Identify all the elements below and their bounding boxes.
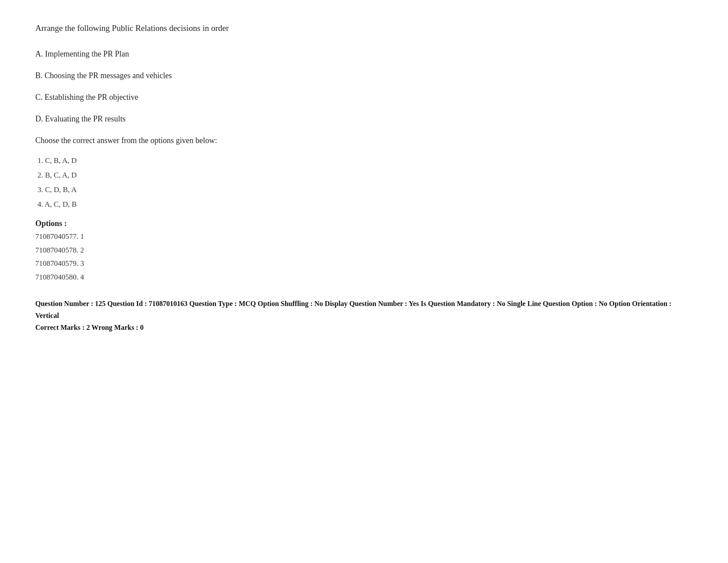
question-text: Arrange the following Public Relations d…	[35, 22, 693, 35]
option-id-4: 71087040580. 4	[35, 271, 693, 284]
option-c: C. Establishing the PR objective	[35, 91, 693, 103]
option-id-3: 71087040579. 3	[35, 257, 693, 271]
answer-option-3-number: 3.	[38, 185, 43, 194]
option-b: B. Choosing the PR messages and vehicles	[35, 70, 693, 82]
option-d-text: Evaluating the PR results	[45, 114, 125, 123]
options-label: Options :	[35, 219, 693, 228]
question-options: A. Implementing the PR Plan B. Choosing …	[35, 48, 693, 125]
answer-option-3-value: C, D, B, A	[45, 185, 77, 194]
answer-option-2-number: 2.	[38, 171, 43, 179]
option-d-label: D.	[35, 114, 43, 123]
option-a: A. Implementing the PR Plan	[35, 48, 693, 60]
meta-info: Question Number : 125 Question Id : 7108…	[35, 298, 693, 334]
answer-option-4-value: A, C, D, B	[45, 200, 77, 208]
option-c-text: Establishing the PR objective	[45, 93, 138, 102]
answer-option-1[interactable]: 1. C, B, A, D	[38, 155, 693, 166]
question-container: Arrange the following Public Relations d…	[35, 22, 693, 333]
meta-line-1: Question Number : 125 Question Id : 7108…	[35, 298, 693, 321]
option-a-text: Implementing the PR Plan	[45, 49, 129, 58]
option-id-1: 71087040577. 1	[35, 230, 693, 244]
option-b-label: B.	[35, 71, 43, 80]
meta-line-2: Correct Marks : 2 Wrong Marks : 0	[35, 321, 693, 333]
answer-option-2-value: B, C, A, D	[45, 171, 77, 179]
answer-option-1-value: C, B, A, D	[45, 156, 77, 165]
choose-correct-text: Choose the correct answer from the optio…	[35, 135, 693, 147]
option-c-label: C.	[35, 93, 43, 102]
answer-option-4-number: 4.	[38, 200, 43, 208]
options-section: Options : 71087040577. 1 71087040578. 2 …	[35, 219, 693, 284]
option-b-text: Choosing the PR messages and vehicles	[45, 71, 172, 80]
answer-option-3[interactable]: 3. C, D, B, A	[38, 184, 693, 196]
answer-option-4[interactable]: 4. A, C, D, B	[38, 198, 693, 210]
option-id-2: 71087040578. 2	[35, 244, 693, 257]
answer-options-list: 1. C, B, A, D 2. B, C, A, D 3. C, D, B, …	[35, 155, 693, 211]
answer-option-1-number: 1.	[38, 156, 43, 165]
answer-option-2[interactable]: 2. B, C, A, D	[38, 169, 693, 181]
option-a-label: A.	[35, 49, 43, 58]
options-ids: 71087040577. 1 71087040578. 2 7108704057…	[35, 230, 693, 284]
option-d: D. Evaluating the PR results	[35, 113, 693, 125]
